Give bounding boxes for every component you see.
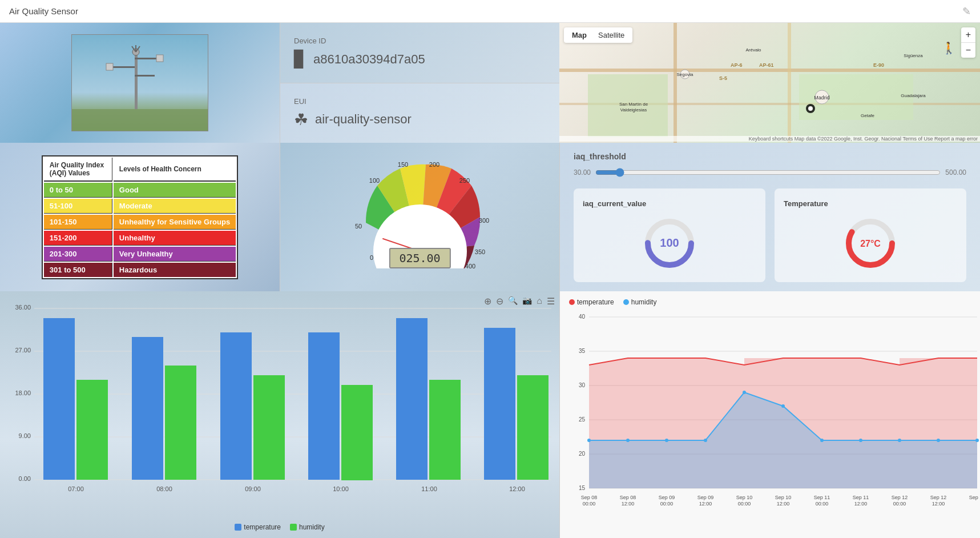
svg-rect-4 [135, 75, 155, 77]
svg-text:00:00: 00:00 [660, 501, 674, 507]
svg-text:00:00: 00:00 [738, 501, 751, 507]
map-tab-controls[interactable]: Map Satellite [564, 27, 632, 43]
eui-text: air-quality-sensor [315, 112, 412, 127]
svg-text:Arévalo: Arévalo [745, 47, 761, 53]
svg-text:Sep 08: Sep 08 [581, 495, 598, 500]
svg-text:Getafe: Getafe [861, 113, 875, 118]
aqi-level-1: Moderate [114, 199, 236, 214]
threshold-min: 30.00 [574, 168, 591, 176]
svg-text:400: 400 [465, 263, 475, 268]
svg-text:27.00: 27.00 [15, 347, 31, 354]
svg-text:07:00: 07:00 [68, 485, 84, 492]
svg-text:18.00: 18.00 [15, 390, 31, 396]
map-zoom-controls[interactable]: + − [961, 27, 975, 58]
line-legend-temp-dot [569, 299, 575, 305]
svg-rect-2 [135, 58, 158, 59]
svg-text:0: 0 [369, 254, 373, 261]
map-zoom-in[interactable]: + [961, 27, 975, 43]
svg-rect-3 [112, 66, 135, 68]
humid-dot-1 [587, 439, 591, 442]
line-chart-legend: temperature humidity [569, 298, 971, 308]
humid-dot-9 [898, 439, 901, 442]
legend-temp-label: temperature [244, 523, 281, 531]
svg-text:100: 100 [660, 236, 679, 249]
svg-text:20: 20 [579, 451, 586, 457]
iaq-current-title: iaq_current_value [583, 199, 646, 208]
gauge-container: 50 100 150 200 250 300 350 0 400 025.00 [346, 154, 494, 280]
svg-text:08:00: 08:00 [156, 485, 172, 492]
svg-text:12:00: 12:00 [777, 501, 790, 507]
aqi-row-1: 51-100Moderate [44, 199, 236, 214]
bar-humid-10 [341, 385, 373, 480]
threshold-max: 500.00 [945, 168, 966, 176]
svg-text:E-90: E-90 [873, 62, 884, 68]
map-zoom-out[interactable]: − [961, 43, 975, 58]
svg-text:Sigüenza: Sigüenza [904, 53, 923, 58]
svg-text:36.00: 36.00 [15, 304, 31, 311]
aqi-row-2: 101-150Unhealthy for Sensitive Groups [44, 215, 236, 230]
device-id-text: a8610a30394d7a05 [313, 52, 425, 67]
legend-humid-dot [290, 524, 297, 531]
temperature-donut: 27°C [842, 215, 899, 272]
aqi-row-5: 301 to 500Hazardous [44, 263, 236, 277]
sensor-image-cell [0, 23, 280, 143]
threshold-title: iaq_threshold [574, 152, 966, 161]
svg-text:Sep 09: Sep 09 [697, 495, 714, 500]
bar-chart-svg: 36.00 27.00 18.00 9.00 0.00 [9, 298, 557, 515]
eui-cell: EUI ☘ air-quality-sensor [280, 83, 559, 143]
device-id-cell: Device ID ▊ a8610a30394d7a05 [280, 23, 559, 83]
svg-text:Guadalajara: Guadalajara [901, 93, 926, 98]
map-tab-map[interactable]: Map [568, 30, 590, 41]
gauge-cell: 50 100 150 200 250 300 350 0 400 025.00 [280, 143, 559, 291]
line-legend-humid: humidity [623, 298, 657, 306]
aqi-row-0: 0 to 50Good [44, 183, 236, 198]
line-chart-cell: temperature humidity 40 35 30 25 20 15 [559, 291, 980, 538]
svg-text:12:00: 12:00 [699, 501, 712, 507]
device-id-label: Device ID [294, 37, 546, 45]
svg-text:Sep 08: Sep 08 [620, 495, 636, 500]
aqi-range-0: 0 to 50 [44, 183, 112, 198]
iaq-threshold-cell: iaq_threshold 30.00 500.00 iaq_current_v… [559, 143, 980, 291]
legend-temperature: temperature [235, 523, 281, 531]
bar-temp-09 [220, 332, 252, 480]
map-cell[interactable]: Madrid Segovia Arévalo Sigüenza Guadalaj… [559, 23, 980, 143]
svg-text:San Martín de: San Martín de [619, 102, 648, 107]
svg-text:15: 15 [579, 485, 586, 491]
svg-text:350: 350 [474, 248, 485, 255]
aqi-range-1: 51-100 [44, 199, 112, 214]
humid-dot-2 [626, 439, 630, 442]
bar-humid-07 [76, 380, 108, 480]
aqi-table-cell: Air Quality Index(AQI) Values Levels of … [0, 143, 280, 291]
svg-text:12:00: 12:00 [854, 501, 868, 507]
app-title: Air Quality Sensor [9, 6, 78, 16]
svg-rect-0 [72, 109, 208, 131]
device-eui-stack: Device ID ▊ a8610a30394d7a05 EUI ☘ air-q… [280, 23, 559, 143]
aqi-level-3: Unhealthy [114, 231, 236, 246]
device-id-value: ▊ a8610a30394d7a05 [294, 50, 546, 69]
map-tab-satellite[interactable]: Satellite [595, 30, 628, 41]
threshold-slider[interactable] [595, 168, 941, 177]
line-chart-svg: 40 35 30 25 20 15 [569, 308, 980, 525]
svg-text:00:00: 00:00 [816, 501, 829, 507]
aqi-range-5: 301 to 500 [44, 263, 112, 277]
iaq-donut-svg: 100 [641, 215, 698, 272]
line-legend-humid-label: humidity [631, 298, 657, 306]
svg-text:Sep 11: Sep 11 [853, 495, 869, 500]
top-bar: Air Quality Sensor ✎ [0, 0, 980, 23]
svg-text:Valdeiglesias: Valdeiglesias [620, 107, 647, 113]
aqi-table: Air Quality Index(AQI) Values Levels of … [42, 155, 238, 279]
bar-chart-cell: ⊕ ⊖ 🔍 📷 ⌂ ☰ 36.00 27.00 18.00 9.00 0.00 [0, 291, 559, 538]
edit-icon[interactable]: ✎ [962, 5, 971, 18]
bar-temp-07 [43, 318, 75, 480]
street-view-icon[interactable]: 🚶 [942, 41, 956, 55]
svg-text:150: 150 [397, 161, 408, 168]
aqi-col1-header: Air Quality Index(AQI) Values [44, 158, 112, 182]
legend-temp-dot [235, 524, 241, 531]
svg-text:Sep 12: Sep 12 [930, 495, 947, 500]
temperature-title: Temperature [784, 199, 828, 208]
svg-text:09:00: 09:00 [245, 485, 261, 492]
bar-chart-legend: temperature humidity [9, 521, 550, 531]
gauge-value-display: 025.00 [389, 248, 450, 268]
svg-text:Segovia: Segovia [677, 72, 693, 77]
svg-text:AP-61: AP-61 [759, 62, 774, 68]
